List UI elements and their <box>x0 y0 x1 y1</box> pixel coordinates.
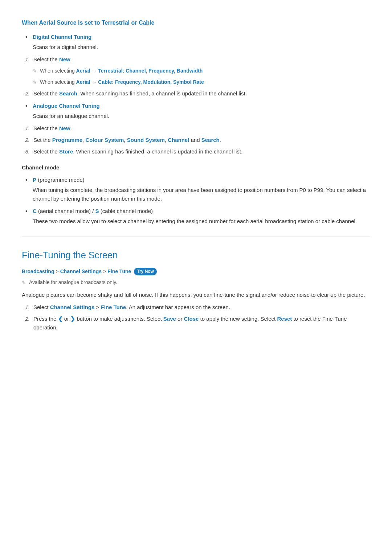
analogue-tuning-label: Analogue Channel Tuning <box>33 103 100 109</box>
breadcrumb-broadcasting[interactable]: Broadcasting <box>22 267 54 275</box>
digital-step1: 1. Select the New. <box>22 55 370 64</box>
channel-mode-p-bullet: P (programme mode) <box>25 176 370 184</box>
channel-mode-cs-desc: These two modes allow you to select a ch… <box>22 217 370 226</box>
digital-step2: 2. Select the Search. When scanning has … <box>22 89 370 98</box>
note-terrestrial: ✎ When selecting Aerial → Terrestrial: C… <box>33 67 370 75</box>
fine-tune-step2: 2. Press the ❮ or ❯ button to make adjus… <box>22 315 370 332</box>
digital-tuning-bullet: Digital Channel Tuning <box>25 33 370 41</box>
pencil-icon-1: ✎ <box>33 67 37 75</box>
fine-tune-step1: 1. Select Channel Settings > Fine Tune. … <box>22 303 370 312</box>
channel-mode-p-desc: When tuning is complete, the broadcastin… <box>22 186 370 203</box>
analogue-tuning-bullet: Analogue Channel Tuning <box>25 102 370 110</box>
try-now-badge[interactable]: Try Now <box>134 268 157 275</box>
fine-tuning-note: ✎ Available for analogue broadcasts only… <box>22 278 370 287</box>
analogue-step3: 3. Select the Store. When scanning has f… <box>22 147 370 156</box>
channel-mode-header: Channel mode <box>22 163 370 172</box>
section-header: When Aerial Source is set to Terrestrial… <box>22 18 370 28</box>
breadcrumb-sep1: > <box>56 267 58 275</box>
fine-tuning-note-text: Available for analogue broadcasts only. <box>29 278 117 286</box>
analogue-step2: 2. Set the Programme, Colour System, Sou… <box>22 136 370 144</box>
fine-tuning-intro: Analogue pictures can become shaky and f… <box>22 291 370 299</box>
digital-tuning-label: Digital Channel Tuning <box>33 34 91 40</box>
note-cable: ✎ When selecting Aerial → Cable: Frequen… <box>33 78 370 86</box>
section-divider <box>22 237 370 237</box>
analogue-description: Scans for an analogue channel. <box>22 112 370 120</box>
pencil-icon-2: ✎ <box>33 78 37 86</box>
breadcrumb-sep2: > <box>103 267 106 275</box>
pencil-icon-3: ✎ <box>22 279 26 287</box>
digital-description: Scans for a digital channel. <box>22 43 370 52</box>
breadcrumb-channel-settings[interactable]: Channel Settings <box>60 267 102 275</box>
fine-tuning-title: Fine-Tuning the Screen <box>22 248 370 263</box>
fine-tuning-breadcrumb: Broadcasting > Channel Settings > Fine T… <box>22 267 370 275</box>
breadcrumb-fine-tune[interactable]: Fine Tune <box>107 267 131 275</box>
channel-mode-cs-bullet: C (aerial channel mode) / S (cable chann… <box>25 207 370 216</box>
analogue-step1: 1. Select the New. <box>22 124 370 133</box>
